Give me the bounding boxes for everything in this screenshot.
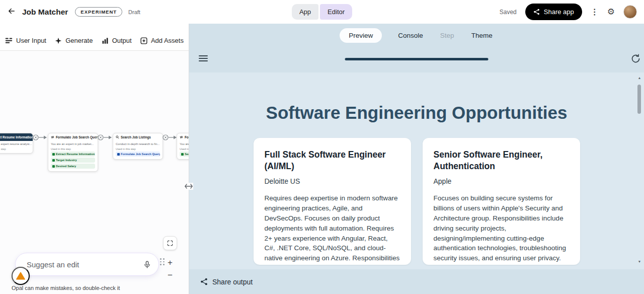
job-company: Apple: [434, 177, 569, 185]
plus-square-icon: [140, 37, 147, 44]
refresh-icon[interactable]: [630, 53, 641, 65]
share-app-button[interactable]: Share app: [525, 4, 582, 20]
job-cards-row: Full Stack Software Engineer (AI/ML) Del…: [189, 138, 644, 265]
job-card: Full Stack Software Engineer (AI/ML) Del…: [254, 138, 411, 265]
input-chip[interactable]: Extract Resume Information: [51, 152, 95, 157]
chip-label: Search Job Listings: [185, 153, 189, 156]
node-title: Formulate Job Search Query: [56, 135, 98, 139]
job-title: Full Stack Software Engineer (AI/ML): [265, 149, 400, 172]
connection-delete-icon[interactable]: [32, 134, 47, 143]
chip-label: Formulate Job Search Query: [121, 153, 160, 156]
job-card: Senior Software Engineer, Authentication…: [423, 138, 580, 265]
saved-status: Saved: [500, 9, 517, 16]
input-chip[interactable]: Search Job Listings: [180, 152, 189, 157]
settings-gear-icon[interactable]: ⚙: [607, 7, 615, 17]
minus-icon: −: [168, 270, 173, 280]
swap-icon: [51, 135, 54, 139]
fit-to-screen-button[interactable]: [163, 236, 177, 250]
share-icon: [533, 9, 540, 15]
drag-handle-dots[interactable]: [160, 258, 165, 265]
chip-label: Desired Salary: [56, 165, 76, 168]
header-actions: Saved Share app ⋮ ⚙: [500, 4, 637, 20]
node-title: Format Job Listings: [185, 135, 189, 139]
suggest-edit-input[interactable]: [27, 260, 143, 269]
opal-app-window: Job Matcher EXPERIMENT Draft App Editor …: [0, 0, 644, 294]
node-header: Formulate Job Search Query: [48, 133, 98, 141]
job-title: Senior Software Engineer, Authentication: [434, 149, 569, 172]
panel-resize-handle[interactable]: [184, 183, 193, 190]
preview-app-toolbar: [189, 47, 644, 72]
plus-icon: +: [168, 258, 173, 268]
node-body: Conduct in-depth research to fin...: [113, 141, 163, 145]
zoom-out-button[interactable]: −: [165, 270, 176, 281]
scroll-up-icon[interactable]: ▲: [638, 76, 641, 81]
connection-delete-icon[interactable]: [97, 134, 112, 143]
add-assets-button[interactable]: Add Assets: [139, 35, 185, 46]
app-header: Job Matcher EXPERIMENT Draft App Editor …: [0, 0, 644, 24]
node-used-label: Used in this step: [113, 145, 163, 151]
tab-theme[interactable]: Theme: [470, 28, 494, 43]
warning-button[interactable]: [12, 267, 30, 285]
chip-icon: [181, 153, 184, 156]
app-content-title: Software Engineering Opportunities: [189, 103, 644, 123]
share-output-label: Share output: [212, 278, 253, 286]
tab-console[interactable]: Console: [397, 28, 424, 43]
preview-footer: Share output: [189, 269, 644, 294]
input-chip[interactable]: Desired Salary: [51, 164, 95, 169]
preview-panel: Preview Console Step Theme Software Engi…: [189, 24, 644, 294]
menu-hamburger-icon[interactable]: [199, 55, 208, 63]
generate-button[interactable]: Generate: [54, 35, 94, 46]
input-chip[interactable]: Formulate Job Search Query: [116, 152, 160, 157]
page-title: Job Matcher: [22, 8, 68, 17]
output-button[interactable]: Output: [101, 35, 133, 46]
microphone-icon: [143, 260, 151, 269]
preview-tabs: Preview Console Step Theme: [189, 24, 644, 47]
generate-label: Generate: [65, 37, 93, 44]
connection-delete-icon[interactable]: [162, 134, 177, 143]
horizontal-resize-icon: [185, 184, 193, 189]
node-title: Search Job Listings: [121, 135, 151, 139]
editor-view-button[interactable]: Editor: [320, 4, 352, 20]
app-view-button[interactable]: App: [292, 4, 318, 20]
chip-icon: [52, 153, 55, 156]
swap-icon: [180, 135, 183, 139]
tab-preview[interactable]: Preview: [340, 28, 382, 43]
output-label: Output: [112, 37, 132, 44]
scrollbar-thumb[interactable]: [637, 85, 641, 114]
more-options-icon[interactable]: ⋮: [591, 7, 599, 17]
user-input-label: User Input: [16, 37, 46, 44]
suggest-edit-bar: [15, 253, 159, 276]
node-header: Extract Resume Information: [0, 133, 33, 141]
frame-corners-icon: [167, 240, 174, 247]
zoom-in-button[interactable]: +: [165, 257, 176, 268]
user-input-button[interactable]: User Input: [4, 35, 47, 46]
workflow-node-formulate-query[interactable]: Formulate Job Search Query You are an ex…: [48, 133, 98, 172]
add-assets-label: Add Assets: [151, 37, 184, 44]
node-used-label: Used in this step: [177, 145, 189, 151]
node-header: Search Job Listings: [113, 133, 163, 141]
main-split: User Input Generate Output: [0, 24, 644, 294]
experiment-badge: EXPERIMENT: [75, 7, 122, 17]
node-body: You are an expert...: [177, 141, 189, 145]
workflow-node-extract-resume[interactable]: Extract Resume Information You are an ex…: [0, 133, 33, 154]
node-used-label: Used in this step: [0, 145, 33, 151]
back-button[interactable]: [7, 7, 16, 17]
input-chip[interactable]: Target Industry: [51, 158, 95, 163]
scroll-down-icon[interactable]: ▼: [638, 259, 641, 264]
user-avatar[interactable]: [623, 5, 637, 19]
share-output-button[interactable]: Share output: [200, 278, 253, 286]
tab-step[interactable]: Step: [439, 28, 455, 43]
preview-drag-bar[interactable]: [345, 58, 489, 60]
workflow-node-search-listings[interactable]: Search Job Listings Conduct in-depth res…: [113, 133, 163, 160]
disclaimer-text: Opal can make mistakes, so double-check …: [12, 285, 120, 291]
workflow-node-format-listings[interactable]: Format Job Listings You are an expert...…: [177, 133, 189, 160]
workflow-canvas[interactable]: Extract Resume Information You are an ex…: [0, 51, 189, 294]
share-icon: [200, 278, 208, 285]
chip-icon: [117, 153, 120, 156]
vertical-scrollbar[interactable]: ▲ ▼: [636, 76, 642, 264]
bar-chart-icon: [102, 37, 109, 44]
share-app-label: Share app: [544, 8, 574, 16]
microphone-button[interactable]: [143, 260, 151, 269]
scrollbar-track[interactable]: [636, 81, 642, 259]
user-input-icon: [5, 37, 13, 44]
